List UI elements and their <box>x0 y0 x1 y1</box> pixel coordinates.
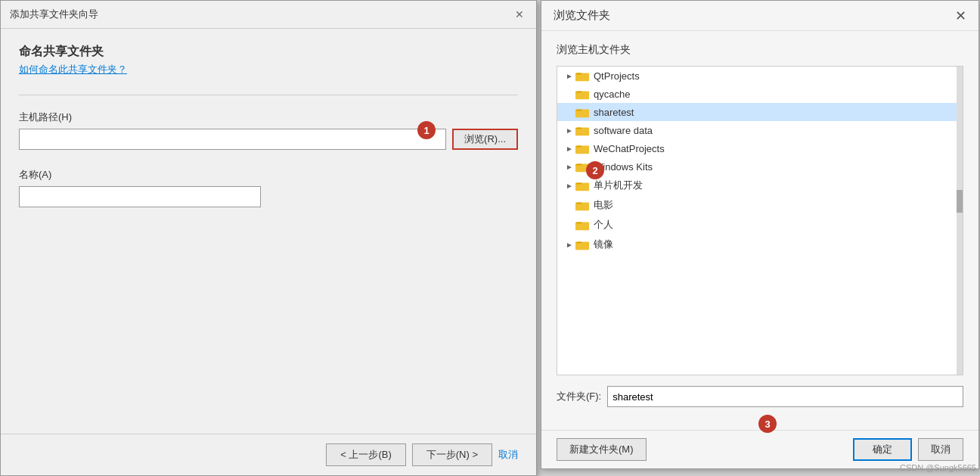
tree-item-wechat-label: WeChatProjects <box>594 143 665 154</box>
tree-item-movie-label: 电影 <box>594 198 613 212</box>
step-1-indicator: 1 <box>417 121 436 139</box>
folder-icon <box>575 88 589 100</box>
ok-button[interactable]: 确定 <box>853 438 912 461</box>
left-dialog-title: 添加共享文件夹向导 <box>10 8 98 21</box>
folder-field-label: 文件夹(F): <box>557 390 601 403</box>
right-dialog-close-button[interactable]: ✕ <box>955 9 966 23</box>
right-footer-left: 新建文件夹(M) <box>557 438 647 461</box>
section-divider <box>19 95 518 95</box>
dialog-heading: 命名共享文件夹 <box>19 44 518 60</box>
tree-item-qycache-label: qycache <box>594 89 630 100</box>
folder-icon <box>575 238 589 250</box>
browse-folder-dialog: 浏览文件夹 ✕ 浏览主机文件夹 ► QtProjects ► <box>541 0 979 469</box>
folder-icon <box>575 124 589 136</box>
prev-button[interactable]: < 上一步(B) <box>326 443 406 466</box>
add-shared-folder-dialog: 添加共享文件夹向导 ✕ 命名共享文件夹 如何命名此共享文件夹？ 主机路径(H) … <box>0 0 537 476</box>
tree-item-personal[interactable]: ► 个人 <box>557 215 963 235</box>
host-path-input[interactable] <box>19 129 446 150</box>
left-dialog-footer: < 上一步(B) 下一步(N) > 取消 <box>1 434 536 475</box>
step-1-label: 1 <box>423 125 429 136</box>
tree-item-mirror-label: 镜像 <box>594 238 613 251</box>
chevron-icon: ► <box>563 124 575 136</box>
file-tree: ► QtProjects ► qycache ► <box>557 66 963 375</box>
dialog-subtitle[interactable]: 如何命名此共享文件夹？ <box>19 63 518 76</box>
chevron-icon: ► <box>563 70 575 82</box>
tree-item-sharetest[interactable]: ► sharetest <box>557 103 963 121</box>
folder-icon <box>575 219 589 231</box>
scrollbar[interactable] <box>957 67 963 375</box>
folder-icon-selected <box>575 106 589 118</box>
tree-item-qtprojects[interactable]: ► QtProjects <box>557 67 963 85</box>
watermark: CSDN @Sungk5665 <box>900 463 976 472</box>
tree-item-personal-label: 个人 <box>594 218 613 232</box>
tree-item-mcu-label: 单片机开发 <box>594 179 643 192</box>
step-2-label: 2 <box>592 165 597 176</box>
name-row <box>19 186 518 207</box>
right-cancel-button[interactable]: 取消 <box>918 438 963 461</box>
folder-field-input[interactable] <box>607 386 963 407</box>
step-3-label: 3 <box>764 418 770 430</box>
tree-item-wechat[interactable]: ► WeChatProjects <box>557 139 963 157</box>
chevron-icon: ► <box>563 179 575 191</box>
name-input[interactable] <box>19 186 261 207</box>
chevron-icon: ► <box>563 238 575 250</box>
browse-host-folder-label: 浏览主机文件夹 <box>557 43 963 57</box>
folder-field-row: 文件夹(F): <box>557 386 963 407</box>
right-dialog-content: 浏览主机文件夹 ► QtProjects ► qycache <box>541 31 978 430</box>
right-dialog-title: 浏览文件夹 <box>554 8 610 23</box>
folder-icon <box>575 199 589 211</box>
tree-item-windows-kits[interactable]: ► Windows Kits <box>557 157 963 176</box>
scrollbar-thumb[interactable] <box>957 190 963 213</box>
tree-item-mirror[interactable]: ► 镜像 <box>557 235 963 254</box>
tree-item-qycache[interactable]: ► qycache <box>557 85 963 103</box>
new-folder-button[interactable]: 新建文件夹(M) <box>557 438 647 461</box>
tree-item-mcu[interactable]: ► 单片机开发 <box>557 176 963 195</box>
chevron-icon: ► <box>563 160 575 173</box>
browse-button[interactable]: 浏览(R)... <box>452 129 518 150</box>
tree-item-sharetest-label: sharetest <box>594 107 634 118</box>
left-cancel-button[interactable]: 取消 <box>498 448 518 462</box>
host-path-row: 浏览(R)... <box>19 129 518 150</box>
folder-icon <box>575 142 589 154</box>
chevron-icon: ► <box>563 142 575 154</box>
right-dialog-titlebar: 浏览文件夹 ✕ <box>541 1 978 31</box>
tree-item-software-data-label: software data <box>594 125 653 136</box>
next-button[interactable]: 下一步(N) > <box>412 443 492 466</box>
folder-icon <box>575 179 589 191</box>
tree-item-qtprojects-label: QtProjects <box>594 70 640 82</box>
host-path-label: 主机路径(H) <box>19 110 518 124</box>
name-label: 名称(A) <box>19 168 518 182</box>
step-3-indicator: 3 <box>758 415 777 433</box>
step-2-indicator: 2 <box>586 161 604 179</box>
folder-icon <box>575 70 589 82</box>
right-footer-right: 确定 取消 <box>853 438 963 461</box>
left-dialog-titlebar: 添加共享文件夹向导 ✕ <box>1 1 536 29</box>
left-dialog-content: 命名共享文件夹 如何命名此共享文件夹？ 主机路径(H) 浏览(R)... 名称(… <box>1 29 536 434</box>
left-dialog-close-button[interactable]: ✕ <box>512 7 527 22</box>
tree-item-movie[interactable]: ► 电影 <box>557 195 963 215</box>
tree-item-software-data[interactable]: ► software data <box>557 121 963 139</box>
